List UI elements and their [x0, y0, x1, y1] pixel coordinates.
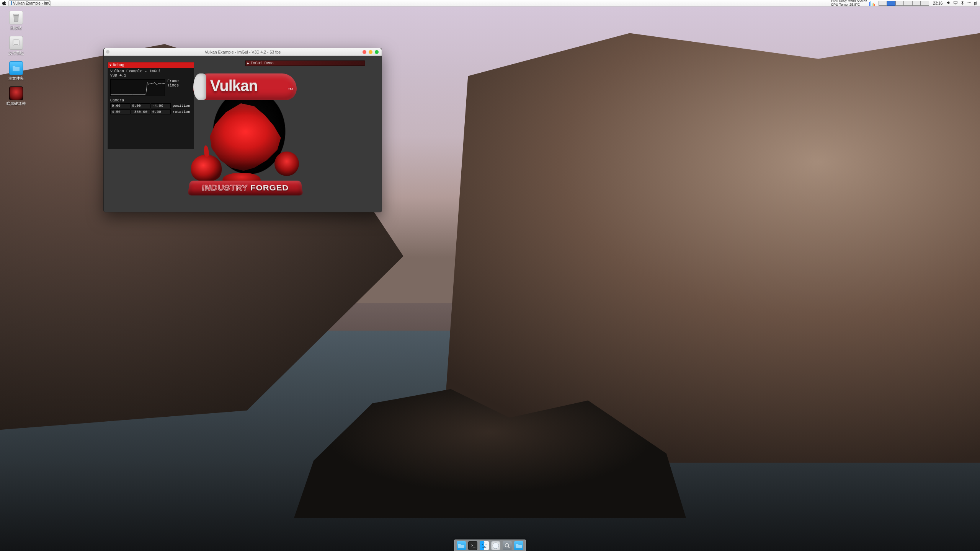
folder-icon	[9, 61, 23, 75]
app-window-vulkan[interactable]: Vulkan Example - ImGui - V3D 4.2 - 63 fp…	[103, 48, 382, 212]
desktop-icon-label: 回收站	[10, 25, 22, 31]
window-titlebar[interactable]: Vulkan Example - ImGui - V3D 4.2 - 63 fp…	[104, 48, 382, 56]
bunny-model-left	[191, 155, 222, 181]
cpu-temp: CPU Temp: 25.8°C	[831, 3, 867, 7]
svg-point-6	[482, 544, 483, 544]
top-panel: Vulkan Example - ImGui - V··· CPU Freq: …	[0, 0, 980, 7]
game-icon	[9, 86, 23, 100]
trademark-label: TM	[288, 87, 293, 91]
imgui-debug-title: Debug	[113, 63, 124, 67]
imgui-debug-panel[interactable]: ▼ Debug Vulkan Example - ImGui V3D 4.2 F…	[108, 62, 194, 149]
tagline-band: INDUSTRY FORGED	[188, 181, 303, 196]
desktop-icons: 回收站 文件系统 主文件夹 暗黑破坏神	[5, 11, 27, 106]
camera-label: Camera	[110, 98, 191, 103]
desktop-icon-trash[interactable]: 回收站	[5, 11, 27, 31]
dock-folder-icon[interactable]	[514, 541, 523, 550]
svg-point-11	[505, 543, 509, 547]
taskbar-button-vulkan[interactable]: Vulkan Example - ImGui - V···	[8, 0, 51, 6]
svg-line-12	[508, 546, 510, 548]
camera-position-row: 0.00 0.00 -4.00 position	[110, 103, 191, 109]
system-tray: pi	[945, 0, 978, 6]
rotation-y-input[interactable]: -380.00	[131, 109, 150, 114]
dock-files-icon[interactable]	[457, 541, 466, 550]
svg-rect-4	[14, 44, 18, 45]
imgui-demo-header[interactable]: ▶ ImGui Demo	[245, 60, 365, 66]
minimize-icon[interactable]	[369, 50, 372, 54]
dock-terminal-icon[interactable]: >_	[468, 541, 477, 550]
collapse-icon[interactable]: ▼	[109, 64, 111, 67]
rotation-z-input[interactable]: 0.00	[151, 109, 171, 114]
svg-rect-0	[954, 1, 957, 3]
position-y-input[interactable]: 0.00	[131, 103, 150, 108]
bluetooth-icon[interactable]	[960, 0, 965, 6]
titlebar-left-dot	[106, 50, 109, 54]
trash-icon	[9, 11, 23, 24]
vulkan-logo-scene: Vulkan TM INDUSTRY FORGED	[184, 71, 307, 201]
apple-menu-icon[interactable]	[2, 0, 7, 6]
svg-point-7	[485, 544, 486, 544]
rotation-x-input[interactable]: 4.50	[110, 109, 130, 114]
taskbar-label: Vulkan Example - ImGui - V···	[13, 1, 51, 5]
dock-search-icon[interactable]	[503, 541, 512, 550]
dock-finder-icon[interactable]	[480, 541, 489, 550]
imgui-demo-title: ImGui Demo	[251, 61, 274, 65]
desktop-icon-label: 暗黑破坏神	[7, 101, 26, 106]
dock: >_	[454, 540, 526, 551]
gl-viewport[interactable]: ▼ Debug Vulkan Example - ImGui V3D 4.2 F…	[104, 56, 382, 212]
volume-icon[interactable]	[946, 0, 951, 6]
imgui-app-line1: Vulkan Example - ImGui	[110, 69, 191, 73]
position-x-input[interactable]: 0.00	[110, 103, 130, 108]
svg-rect-2	[13, 14, 19, 15]
bunny-model-right	[274, 152, 299, 176]
vulkan-banner: Vulkan TM	[193, 73, 297, 100]
camera-rotation-row: 4.50 -380.00 0.00 rotation	[110, 109, 191, 115]
tagline-a: INDUSTRY	[201, 183, 248, 192]
window-icon	[11, 1, 12, 5]
workspace-3[interactable]	[895, 1, 904, 6]
desktop-icon-diablo[interactable]: 暗黑破坏神	[5, 86, 27, 106]
desktop-icon-label: 主文件夹	[8, 76, 24, 81]
clock: 23:16	[931, 1, 944, 5]
cpu-bars-icon	[869, 1, 875, 6]
workspace-4[interactable]	[904, 1, 912, 6]
close-icon[interactable]	[363, 50, 366, 54]
desktop-icon-home[interactable]: 主文件夹	[5, 61, 27, 81]
svg-text:>_: >_	[471, 543, 476, 548]
workspace-5[interactable]	[912, 1, 921, 6]
workspace-pager[interactable]	[879, 1, 929, 6]
tagline-b: FORGED	[250, 183, 289, 192]
desktop-icon-filesystem[interactable]: 文件系统	[5, 36, 27, 56]
svg-point-8	[493, 543, 499, 549]
workspace-6[interactable]	[921, 1, 929, 6]
position-z-input[interactable]: -4.00	[151, 103, 171, 108]
vulkan-wordmark: Vulkan	[210, 77, 258, 95]
cpu-info: CPU Freq: 2200.55Mhz CPU Temp: 25.8°C	[831, 0, 867, 7]
drive-icon	[9, 36, 23, 50]
frame-times-graph	[110, 79, 165, 96]
dock-safari-icon[interactable]	[491, 541, 500, 550]
imgui-app-line2: V3D 4.2	[110, 73, 191, 78]
desktop-icon-label: 文件系统	[8, 51, 24, 56]
imgui-debug-titlebar[interactable]: ▼ Debug	[108, 62, 194, 68]
network-icon[interactable]	[967, 0, 972, 6]
expand-icon[interactable]: ▶	[247, 62, 249, 65]
workspace-2[interactable]	[887, 1, 895, 6]
user-label[interactable]: pi	[974, 1, 977, 5]
workspace-1[interactable]	[879, 1, 887, 6]
window-title: Vulkan Example - ImGui - V3D 4.2 - 63 fp…	[205, 50, 281, 54]
maximize-icon[interactable]	[375, 50, 379, 54]
display-icon[interactable]	[953, 0, 958, 6]
svg-point-1	[969, 2, 970, 3]
